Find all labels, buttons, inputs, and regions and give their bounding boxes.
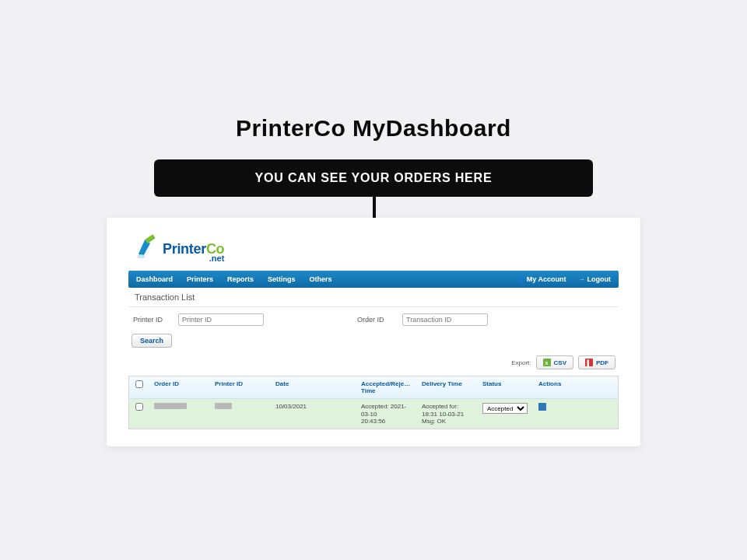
callout-banner: YOU CAN SEE YOUR ORDERS HERE <box>154 159 593 197</box>
export-pdf-button[interactable]: ▌ PDF <box>578 355 615 369</box>
export-csv-button[interactable]: x CSV <box>536 355 573 369</box>
row-checkbox[interactable] <box>135 403 143 411</box>
nav-my-account[interactable]: 👤My Account <box>517 275 566 283</box>
col-actions[interactable]: Actions <box>534 376 618 398</box>
section-title: Transaction List <box>128 288 619 307</box>
cell-date: 10/03/2021 <box>271 399 356 429</box>
export-label: Export: <box>511 359 531 366</box>
logo: PrinterCo .net <box>133 232 619 263</box>
page-heading: PrinterCo MyDashboard <box>0 115 747 142</box>
nav-reports[interactable]: Reports <box>227 275 254 283</box>
nav-dashboard[interactable]: Dashboard <box>136 275 173 283</box>
cell-delivery-time: Accepted for: 18:31 10-03-21Msg: OK <box>417 399 478 429</box>
user-icon: 👤 <box>517 276 524 283</box>
select-all-checkbox[interactable] <box>135 380 143 388</box>
main-nav: Dashboard Printers Reports Settings Othe… <box>128 271 619 288</box>
cell-accepted-time: Accepted: 2021-03-1020:43:56 <box>356 399 417 429</box>
col-delivery[interactable]: Delivery Time <box>417 376 478 398</box>
order-id-input[interactable] <box>402 313 488 326</box>
dashboard-panel: PrinterCo .net Dashboard Printers Report… <box>107 218 640 446</box>
search-button[interactable]: Search <box>132 334 172 348</box>
filter-row: Printer ID Order ID <box>128 312 619 331</box>
callout-text: YOU CAN SEE YOUR ORDERS HERE <box>255 171 493 185</box>
nav-others[interactable]: Others <box>310 275 332 283</box>
cell-printer-id <box>215 403 232 409</box>
printer-id-label: Printer ID <box>133 316 170 324</box>
table-row: 10/03/2021 Accepted: 2021-03-1020:43:56 … <box>129 399 618 429</box>
nav-printers[interactable]: Printers <box>187 275 213 283</box>
nav-settings[interactable]: Settings <box>268 275 296 283</box>
col-accepted-rejected[interactable]: Accepted/Rejected Time <box>356 376 417 398</box>
pdf-icon: ▌ <box>585 359 593 366</box>
status-select[interactable]: Accepted <box>482 403 528 414</box>
cell-order-id <box>154 403 187 409</box>
logo-tld: .net <box>163 254 224 263</box>
logo-mark-icon <box>133 232 160 263</box>
table-header: Order ID Printer ID Date Accepted/Reject… <box>129 376 618 399</box>
printer-id-input[interactable] <box>178 313 264 326</box>
nav-logout[interactable]: →Logout <box>579 275 612 283</box>
transactions-table: Order ID Printer ID Date Accepted/Reject… <box>128 376 619 429</box>
col-order-id[interactable]: Order ID <box>149 376 210 398</box>
order-id-label: Order ID <box>357 316 395 324</box>
col-printer-id[interactable]: Printer ID <box>210 376 271 398</box>
csv-icon: x <box>543 359 551 366</box>
col-status[interactable]: Status <box>478 376 534 398</box>
svg-point-0 <box>137 254 145 258</box>
row-action-icon[interactable] <box>538 403 546 411</box>
export-row: Export: x CSV ▌ PDF <box>128 355 619 369</box>
logout-icon: → <box>579 276 585 283</box>
col-date[interactable]: Date <box>271 376 356 398</box>
